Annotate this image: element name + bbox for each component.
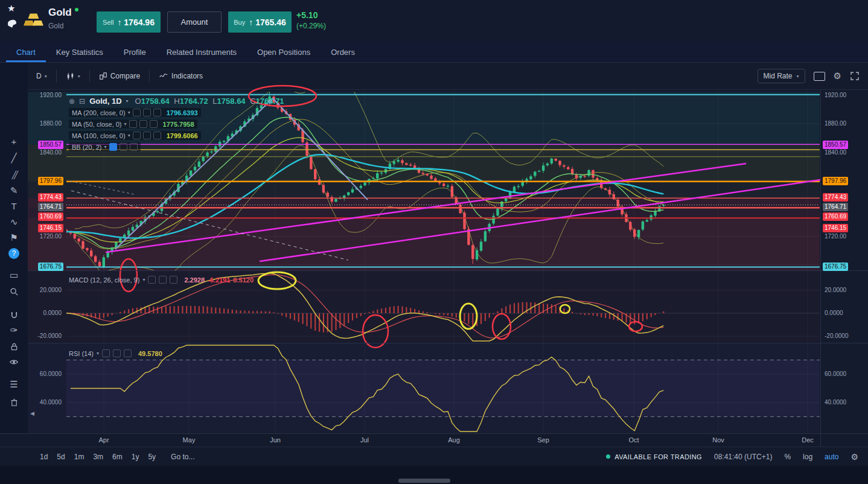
indicator-visibility-button[interactable] [129,120,137,128]
price-tag: 1720.00 [38,232,63,241]
indicator-remove-button[interactable] [130,143,138,151]
horizontal-scrollbar[interactable] [398,479,450,483]
crosshair-icon[interactable]: + [0,136,28,147]
price-tag: 60.0000 [38,370,63,378]
ma100-legend-row[interactable]: MA (100, close, 0) ▾ 1799.6066 [69,131,201,140]
tab-related-instruments[interactable]: Related Instruments [156,42,247,62]
chart-legend: ⊗ ⊟ Gold, 1D ▾ O1758.64 H1764.72 L1758.6… [69,97,284,151]
tab-orders[interactable]: Orders [321,42,365,62]
caret-down-icon: ▾ [124,121,127,127]
indicator-visibility-button[interactable] [102,349,110,357]
ma100-value: 1799.6066 [167,132,198,139]
rsi-legend-row[interactable]: RSI (14) ▾ 49.5780 [69,349,162,357]
range-1y-button[interactable]: 1y [132,453,139,461]
percent-scale-button[interactable]: % [784,453,791,461]
range-1m-button[interactable]: 1m [74,453,85,461]
toolbar-divider [149,69,150,83]
lock-drawings-icon[interactable] [0,340,28,351]
indicator-visibility-button[interactable] [133,109,141,116]
ohlc-values: O1758.64 H1764.72 L1758.64 C1764.71 [133,97,284,106]
brush-icon[interactable]: ✎ [0,185,28,196]
ma50-legend-row[interactable]: MA (50, close, 0) ▾ 1775.7958 [69,119,197,129]
log-scale-button[interactable]: log [803,453,812,461]
text-tool-icon[interactable]: T [0,201,28,212]
price-tag: 40.0000 [823,398,848,407]
goto-date-button[interactable]: Go to... [171,453,194,461]
amount-button[interactable]: Amount [167,11,222,33]
ma200-legend-row[interactable]: MA (200, close, 0) ▾ 1796.6393 [69,108,201,117]
hide-drawings-icon[interactable] [0,356,28,367]
price-tag: 1850.57 [823,141,848,149]
collapse-left-icon[interactable]: ◀ [30,410,34,416]
indicator-remove-button[interactable] [153,132,161,139]
indicator-settings-button[interactable] [143,109,151,116]
time-axis-label: May [179,436,199,444]
market-status: AVAILABLE FOR TRADING [606,453,702,460]
indicator-settings-button[interactable] [159,276,167,284]
magnet-icon[interactable] [0,309,28,320]
caret-down-icon: ▾ [128,110,130,115]
indicator-settings-button[interactable] [139,120,147,128]
range-6m-button[interactable]: 6m [112,453,123,461]
help-icon[interactable]: ? [0,248,28,259]
indicator-settings-button[interactable] [143,132,151,139]
macd-legend-row[interactable]: MACD (12, 26, close, 9) ▾ 2.2928 -6.2191… [69,276,254,284]
remove-drawings-icon[interactable] [0,396,28,407]
drawing-toolbar: + ╱ ╱╱ ✎ T ∿ ⚑ ? ▭ ✑ ☰ [0,63,28,447]
price-tag: 1840.00 [38,148,63,157]
indicator-remove-button[interactable] [124,349,132,357]
watchlist-star-icon[interactable]: ★ [7,3,15,14]
measure-icon[interactable]: ▭ [0,270,28,281]
tab-bar: Chart Key Statistics Profile Related Ins… [0,42,868,63]
bb-legend-row[interactable]: BB (20, 2) ▾ [69,142,141,151]
indicator-remove-button[interactable] [170,276,177,284]
macd-line-value: -6.2191 [208,276,230,284]
zoom-icon[interactable] [0,285,28,296]
bb-label: BB (20, 2) [72,144,102,151]
right-price-scale[interactable]: 1920.001880.001850.571840.001797.961774.… [822,0,868,484]
buy-button[interactable]: Buy ↑ 1765.46 [228,11,292,33]
symbol-legend-row[interactable]: ⊗ ⊟ Gold, 1D ▾ O1758.64 H1764.72 L1758.6… [69,97,284,106]
time-axis-label: Apr [94,436,113,444]
up-arrow-icon: ↑ [249,18,253,27]
macd-label: MACD (12, 26, close, 9) [69,276,139,284]
range-3m-button[interactable]: 3m [93,453,103,461]
indicator-remove-button[interactable] [150,120,158,128]
indicator-settings-button[interactable] [113,349,121,357]
forecast-icon[interactable]: ⚑ [0,232,28,243]
time-axis-label: Aug [444,436,464,444]
compare-button[interactable]: Compare [99,72,140,80]
indicator-visibility-button[interactable] [148,276,156,284]
ma50-label: MA (50, close, 0) [72,121,122,128]
chart-style-select[interactable]: ▾ [66,72,80,81]
time-axis[interactable]: AprMayJunJulAugSepOctNovDec [0,433,868,447]
indicator-settings-button[interactable] [120,143,127,151]
pattern-icon[interactable]: ∿ [0,217,28,228]
caret-down-icon: ▾ [97,351,99,356]
indicator-remove-button[interactable] [153,109,161,116]
rate-type-select[interactable]: Mid Rate ▾ [758,69,805,83]
trendline-icon[interactable]: ╱ [0,153,28,164]
drawing-mode-icon[interactable]: ✑ [0,325,28,336]
price-tag: 1920.00 [38,91,63,100]
price-tag: -20.0000 [36,332,63,340]
question-mark: ? [8,248,19,259]
range-5y-button[interactable]: 5y [148,453,156,461]
object-tree-icon[interactable]: ☰ [0,379,28,390]
pane-collapse-icon[interactable]: ⊟ [79,97,85,106]
macd-hist-value: 2.2928 [184,276,205,284]
ma100-label: MA (100, close, 0) [72,132,126,139]
indicators-button[interactable]: Indicators [159,72,203,80]
tab-profile[interactable]: Profile [113,42,156,62]
sell-button[interactable]: Sell ↑ 1764.96 [97,11,161,33]
time-axis-label: Oct [624,436,643,444]
caret-down-icon: ▾ [104,144,107,150]
price-tag: 20.0000 [38,286,63,295]
indicator-visibility-button[interactable] [109,143,117,151]
pane-close-icon[interactable]: ⊗ [69,97,75,106]
channel-icon[interactable]: ╱╱ [0,170,28,180]
tab-open-positions[interactable]: Open Positions [247,42,321,62]
indicators-icon [159,72,168,80]
indicator-visibility-button[interactable] [133,132,141,139]
rsi-value: 49.5780 [138,350,162,357]
